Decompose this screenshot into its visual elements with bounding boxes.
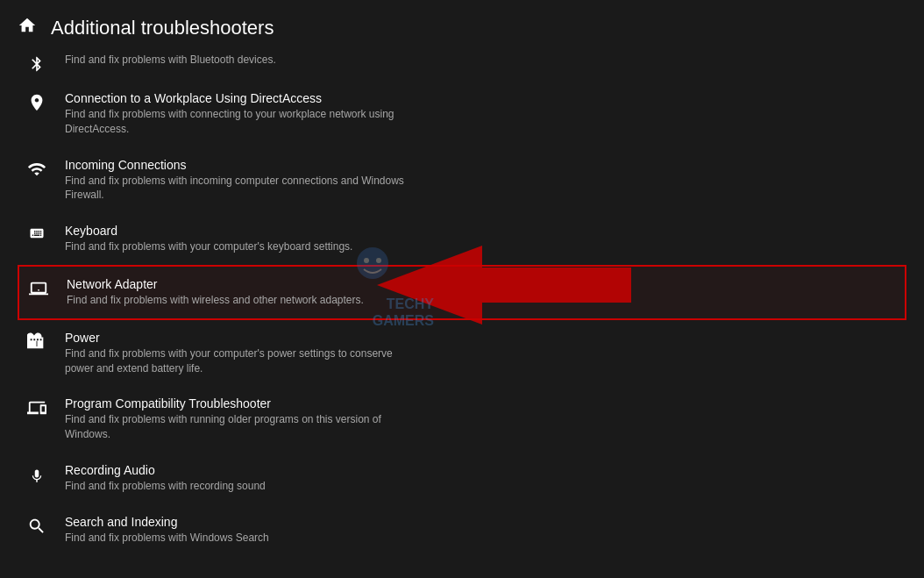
page-header: Additional troubleshooters <box>0 0 924 49</box>
item-compatibility[interactable]: Program Compatibility Troubleshooter Fin… <box>18 386 906 453</box>
keyboard-icon <box>25 225 49 241</box>
item-keyboard[interactable]: Keyboard Find and fix problems with your… <box>18 213 906 265</box>
microphone-icon <box>25 465 49 488</box>
network-title: Network Adapter <box>67 277 364 291</box>
audio-title: Recording Audio <box>65 463 266 477</box>
item-incoming[interactable]: Incoming Connections Find and fix proble… <box>18 147 906 214</box>
incoming-desc: Find and fix problems with incoming comp… <box>65 174 416 203</box>
network-content: Network Adapter Find and fix problems wi… <box>67 277 364 308</box>
item-bluetooth[interactable]: Find and fix problems with Bluetooth dev… <box>18 49 906 81</box>
search-title: Search and Indexing <box>65 515 269 529</box>
bluetooth-icon <box>25 54 49 74</box>
incoming-content: Incoming Connections Find and fix proble… <box>65 158 416 203</box>
search-icon <box>25 517 49 536</box>
keyboard-desc: Find and fix problems with your computer… <box>65 239 352 254</box>
page-container: Additional troubleshooters Find and fix … <box>0 0 924 578</box>
power-content: Power Find and fix problems with your co… <box>65 331 416 376</box>
bluetooth-content: Find and fix problems with Bluetooth dev… <box>65 53 276 68</box>
directaccess-title: Connection to a Workplace Using DirectAc… <box>65 91 416 105</box>
item-directaccess[interactable]: Connection to a Workplace Using DirectAc… <box>18 81 906 147</box>
item-search[interactable]: Search and Indexing Find and fix problem… <box>18 504 906 556</box>
search-desc: Find and fix problems with Windows Searc… <box>65 531 269 546</box>
keyboard-content: Keyboard Find and fix problems with your… <box>65 224 352 254</box>
power-icon <box>25 332 49 352</box>
compatibility-content: Program Compatibility Troubleshooter Fin… <box>65 396 416 442</box>
compatibility-title: Program Compatibility Troubleshooter <box>65 396 416 410</box>
troubleshooter-list: Find and fix problems with Bluetooth dev… <box>0 49 924 556</box>
power-title: Power <box>65 331 416 345</box>
search-content: Search and Indexing Find and fix problem… <box>65 515 269 546</box>
item-power[interactable]: Power Find and fix problems with your co… <box>18 320 906 387</box>
bluetooth-desc: Find and fix problems with Bluetooth dev… <box>65 53 276 68</box>
item-network[interactable]: Network Adapter Find and fix problems wi… <box>18 265 906 320</box>
keyboard-title: Keyboard <box>65 224 352 238</box>
directaccess-content: Connection to a Workplace Using DirectAc… <box>65 91 416 137</box>
power-desc: Find and fix problems with your computer… <box>65 346 416 376</box>
network-desc: Find and fix problems with wireless and … <box>67 293 364 308</box>
header-home-icon <box>18 16 37 40</box>
compatibility-icon <box>25 398 49 417</box>
page-title: Additional troubleshooters <box>51 17 274 39</box>
item-audio[interactable]: Recording Audio Find and fix problems wi… <box>18 453 906 504</box>
audio-content: Recording Audio Find and fix problems wi… <box>65 463 266 494</box>
compatibility-desc: Find and fix problems with running older… <box>65 412 416 442</box>
incoming-icon <box>25 160 49 179</box>
directaccess-icon <box>25 93 49 112</box>
audio-desc: Find and fix problems with recording sou… <box>65 479 266 494</box>
directaccess-desc: Find and fix problems with connecting to… <box>65 107 416 137</box>
incoming-title: Incoming Connections <box>65 158 416 172</box>
network-icon <box>26 279 51 298</box>
